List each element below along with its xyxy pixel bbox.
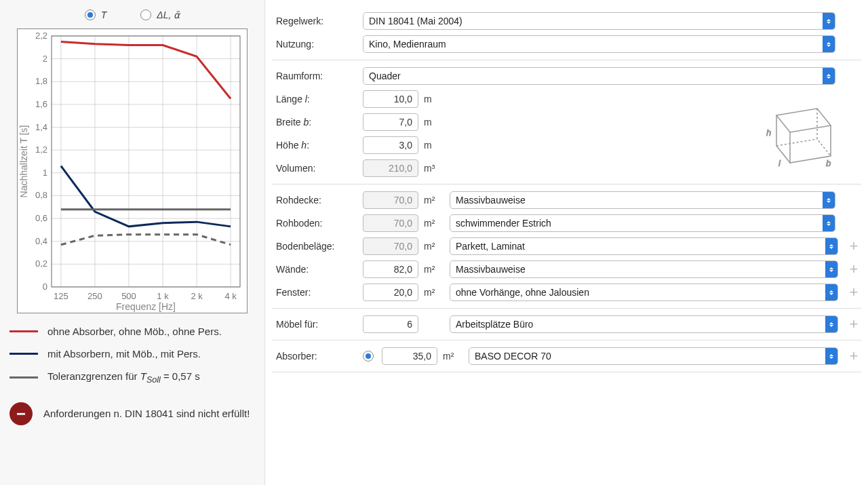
select-rohdecke[interactable]: Massivbauweise <box>450 191 835 209</box>
select-wande[interactable]: Massivbauweise <box>450 260 838 278</box>
chart-mode-radios: T ΔL, ᾱ <box>9 9 255 20</box>
svg-text:2: 2 <box>43 54 47 64</box>
add-mobel-button[interactable]: + <box>846 317 861 332</box>
chevron-updown-icon <box>825 261 837 277</box>
unit: m <box>424 94 444 104</box>
legend-red-text: ohne Absorber, ohne Möb., ohne Pers. <box>47 326 222 337</box>
input-hohe[interactable] <box>363 136 418 154</box>
chevron-updown-icon <box>825 284 837 300</box>
input-absorber[interactable] <box>382 347 437 365</box>
select-regelwerk[interactable]: DIN 18041 (Mai 2004) <box>363 12 835 30</box>
select-absorber[interactable]: BASO DECOR 70 <box>469 347 838 365</box>
chevron-updown-icon <box>823 215 835 231</box>
legend-grey-text: Toleranzgrenzen für TSoll = 0,57 s <box>47 370 200 385</box>
label-bodenbelage: Bodenbeläge: <box>272 241 357 252</box>
unit: m <box>424 140 444 151</box>
svg-text:0,8: 0,8 <box>35 190 47 200</box>
label-volumen: Volumen: <box>272 163 357 174</box>
svg-text:1,2: 1,2 <box>35 144 47 155</box>
label-mobel: Möbel für: <box>272 319 357 330</box>
select-nutzung[interactable]: Kino, Medienraum <box>363 35 835 53</box>
unit: m² <box>424 195 444 206</box>
input-fenster[interactable] <box>363 284 418 301</box>
label-lange: Länge l: <box>272 94 357 104</box>
select-raumform[interactable]: Quader <box>363 67 835 85</box>
chevron-updown-icon <box>823 192 835 208</box>
input-mobel[interactable] <box>363 315 418 333</box>
room-cuboid-icon: h l b <box>746 102 841 178</box>
input-bodenbelage <box>363 237 418 255</box>
svg-text:h: h <box>766 128 771 138</box>
add-fenster-button[interactable]: + <box>846 285 861 300</box>
svg-text:b: b <box>826 158 831 168</box>
input-wande[interactable] <box>363 260 418 278</box>
chevron-updown-icon <box>823 36 835 52</box>
svg-text:0: 0 <box>43 282 47 292</box>
chevron-updown-icon <box>825 348 837 364</box>
warning-banner: − Anforderungen n. DIN 18041 sind nicht … <box>9 402 255 425</box>
chevron-updown-icon <box>825 316 837 332</box>
svg-text:250: 250 <box>87 291 102 301</box>
radio-dot-icon <box>85 9 96 20</box>
unit: m² <box>424 287 444 298</box>
add-absorber-button[interactable]: + <box>846 349 861 364</box>
unit: m² <box>424 241 444 252</box>
svg-text:2,2: 2,2 <box>35 31 47 41</box>
unit: m³ <box>424 163 444 174</box>
svg-text:125: 125 <box>54 291 68 301</box>
svg-text:0,2: 0,2 <box>35 258 47 269</box>
label-hohe: Höhe h: <box>272 140 357 151</box>
svg-text:0,4: 0,4 <box>35 236 47 246</box>
radio-t[interactable]: T <box>85 9 107 20</box>
left-panel: T ΔL, ᾱ 00,20,40,60,811,21,41,61,822,212… <box>0 0 264 485</box>
select-rohboden[interactable]: schwimmender Estrich <box>450 214 835 232</box>
select-fenster[interactable]: ohne Vorhänge, ohne Jalousien <box>450 284 838 301</box>
unit: m² <box>424 218 444 229</box>
input-rohdecke <box>363 191 418 209</box>
input-lange[interactable] <box>363 90 418 108</box>
unit: m² <box>443 351 463 362</box>
svg-text:Nachhallzeit T [s]: Nachhallzeit T [s] <box>18 125 29 198</box>
radio-dot-icon <box>140 9 151 20</box>
radio-dl-label: ΔL, ᾱ <box>157 9 180 20</box>
select-mobel[interactable]: Arbeitsplätze Büro <box>450 315 838 333</box>
legend-red: ohne Absorber, ohne Möb., ohne Pers. <box>9 326 255 337</box>
svg-text:1,8: 1,8 <box>35 76 47 86</box>
svg-text:1,6: 1,6 <box>35 99 47 109</box>
select-bodenbelage[interactable]: Parkett, Laminat <box>450 237 838 255</box>
input-breite[interactable] <box>363 113 418 131</box>
radio-t-label: T <box>101 9 107 20</box>
label-absorber: Absorber: <box>272 351 357 362</box>
legend-navy-text: mit Absorbern, mit Möb., mit Pers. <box>47 348 201 360</box>
radio-dl[interactable]: ΔL, ᾱ <box>140 9 180 20</box>
label-regelwerk: Regelwerk: <box>272 16 357 26</box>
svg-text:1: 1 <box>43 168 47 178</box>
label-raumform: Raumform: <box>272 71 357 81</box>
label-wande: Wände: <box>272 264 357 275</box>
chart-legend: ohne Absorber, ohne Möb., ohne Pers. mit… <box>9 326 255 385</box>
label-rohdecke: Rohdecke: <box>272 195 357 206</box>
svg-text:4 k: 4 k <box>224 291 237 301</box>
add-wande-button[interactable]: + <box>846 262 861 277</box>
svg-text:1 k: 1 k <box>157 291 169 301</box>
svg-text:1,4: 1,4 <box>35 122 47 132</box>
input-rohboden <box>363 214 418 232</box>
unit: m² <box>424 264 444 275</box>
chevron-updown-icon <box>825 238 837 254</box>
minus-circle-icon: − <box>9 402 33 425</box>
absorber-radio[interactable] <box>363 351 374 362</box>
svg-text:2 k: 2 k <box>191 291 203 301</box>
svg-rect-36 <box>52 36 240 287</box>
add-bodenbelage-button[interactable]: + <box>846 239 861 254</box>
unit: m <box>424 117 444 128</box>
right-panel: Regelwerk: DIN 18041 (Mai 2004) Nutzung:… <box>264 0 868 485</box>
chevron-updown-icon <box>823 13 835 29</box>
chevron-updown-icon <box>823 68 835 84</box>
input-volumen <box>363 159 418 177</box>
label-nutzung: Nutzung: <box>272 39 357 50</box>
legend-grey: Toleranzgrenzen für TSoll = 0,57 s <box>9 370 255 385</box>
reverberation-chart: 00,20,40,60,811,21,41,61,822,21252505001… <box>17 28 248 313</box>
label-fenster: Fenster: <box>272 287 357 298</box>
warning-text: Anforderungen n. DIN 18041 sind nicht er… <box>43 406 250 422</box>
label-breite: Breite b: <box>272 117 357 128</box>
